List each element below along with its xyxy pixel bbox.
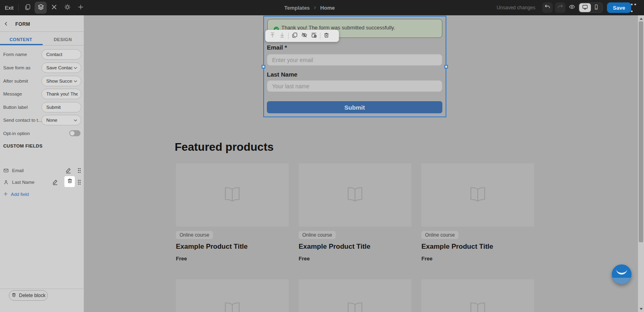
arrow-up-icon <box>269 32 276 40</box>
eye-icon <box>569 4 575 12</box>
preview-button[interactable] <box>567 2 577 13</box>
email-field-label: Email * <box>267 44 287 51</box>
field-row-save-form-as: Save form as Save Contact <box>0 62 84 73</box>
email-input[interactable]: Enter your email <box>267 54 442 66</box>
add-block-button[interactable] <box>74 2 87 14</box>
breadcrumb: Templates Home <box>284 0 334 15</box>
envelope-icon <box>3 168 9 173</box>
custom-field-label: Last Name <box>12 177 35 187</box>
back-button[interactable] <box>0 21 12 28</box>
product-image-placeholder <box>421 279 534 312</box>
product-card[interactable]: Online course Example Product Title Free <box>176 163 289 262</box>
send-contact-select[interactable]: None <box>41 115 81 125</box>
submit-button[interactable]: Submit <box>267 101 442 113</box>
drag-handle[interactable] <box>76 167 83 174</box>
field-row-message: Message Thank you! The form w <box>0 89 84 99</box>
resize-handle-right[interactable] <box>444 65 448 69</box>
redo-icon <box>557 4 564 12</box>
product-badge: Online course <box>176 231 213 239</box>
add-field-button[interactable]: Add field <box>3 191 29 197</box>
button-label-input[interactable]: Submit <box>41 102 81 112</box>
scroll-down-arrow[interactable] <box>638 306 644 312</box>
after-submit-select[interactable]: Show Success ... <box>41 76 81 86</box>
tab-design[interactable]: DESIGN <box>42 35 84 44</box>
divider <box>0 45 84 46</box>
eye-off-icon <box>301 32 308 40</box>
custom-fields-heading: CUSTOM FIELDS <box>3 144 43 148</box>
open-book-icon <box>469 186 487 204</box>
save-button[interactable]: Save <box>607 2 631 13</box>
scroll-up-arrow[interactable] <box>638 16 644 21</box>
settings-button[interactable] <box>61 2 73 14</box>
plus-icon <box>77 4 84 12</box>
chat-widget-button[interactable] <box>612 264 632 284</box>
product-badge: Online course <box>299 231 336 239</box>
undo-button[interactable] <box>542 2 553 13</box>
desktop-view-button[interactable] <box>579 3 591 12</box>
scrollbar-thumb[interactable] <box>639 21 643 242</box>
lastname-input[interactable]: Your last name <box>267 80 442 92</box>
field-row-form-name: Form name Contact <box>0 49 84 60</box>
pencil-icon <box>52 180 58 187</box>
mobile-view-button[interactable] <box>591 3 603 12</box>
topbar-divider <box>18 4 19 11</box>
product-title: Example Product Title <box>299 243 411 251</box>
lastname-placeholder: Your last name <box>272 83 310 89</box>
breadcrumb-templates[interactable]: Templates <box>284 5 310 11</box>
duplicate-block-button[interactable] <box>290 31 299 41</box>
divider <box>0 31 84 32</box>
triangle-up-icon <box>640 18 643 20</box>
field-label: Button label <box>3 102 28 112</box>
product-card[interactable]: Online course Example Product Title Free <box>421 163 534 262</box>
resize-handle-left[interactable] <box>262 65 265 69</box>
layers-button[interactable] <box>35 2 47 14</box>
design-tools-button[interactable] <box>48 2 60 14</box>
triangle-down-icon <box>640 308 643 310</box>
opt-in-toggle[interactable] <box>69 130 80 136</box>
delete-block-toolbar-button[interactable] <box>322 31 331 41</box>
toggle-knob <box>70 131 74 135</box>
product-price: Free <box>421 256 534 262</box>
field-label: Form name <box>3 49 27 60</box>
delete-field-button-highlighted[interactable] <box>64 176 75 187</box>
pages-button[interactable] <box>21 2 33 14</box>
top-bar: Exit Templates Home Unsaved changes <box>0 0 644 15</box>
panel-title: FORM <box>15 21 30 27</box>
field-row-send-contact: Send contact to t... None <box>0 115 84 125</box>
breadcrumb-home[interactable]: Home <box>320 5 335 11</box>
product-price: Free <box>176 256 289 262</box>
unsaved-changes-status: Unsaved changes <box>497 0 535 15</box>
save-block-to-library-button[interactable] <box>309 31 319 41</box>
save-block-icon <box>311 32 317 40</box>
drag-handle[interactable] <box>76 179 83 185</box>
delete-block-button[interactable]: Delete block <box>9 290 48 301</box>
more-options-button[interactable]: • • • <box>631 0 640 15</box>
chevron-down-icon <box>73 118 78 123</box>
desktop-icon <box>582 4 588 12</box>
form-name-input[interactable]: Contact <box>41 49 81 60</box>
hide-block-button[interactable] <box>299 31 309 41</box>
chevron-right-icon <box>313 6 317 10</box>
product-image-placeholder <box>299 163 411 227</box>
product-card[interactable]: Online course Example Product Title Free <box>299 163 411 262</box>
form-settings-panel: FORM CONTENT DESIGN Form name Contact Sa… <box>0 15 84 312</box>
tab-content[interactable]: CONTENT <box>0 35 42 44</box>
ellipsis-icon: • • • <box>631 1 640 15</box>
exit-button[interactable]: Exit <box>5 0 14 15</box>
product-image-placeholder <box>421 163 534 227</box>
product-image-placeholder <box>176 279 289 312</box>
featured-products-heading: Featured products <box>175 141 274 154</box>
save-form-as-select[interactable]: Save Contact <box>41 62 81 73</box>
redo-button[interactable] <box>555 2 566 13</box>
message-input[interactable]: Thank you! The form w <box>41 89 81 99</box>
edit-field-button[interactable] <box>65 167 72 174</box>
select-value: Save Contact <box>46 65 72 70</box>
vertical-scrollbar[interactable] <box>638 15 644 312</box>
edit-field-button[interactable] <box>52 179 58 185</box>
move-down-button[interactable] <box>277 31 287 41</box>
move-up-button[interactable] <box>268 31 277 41</box>
smile-icon <box>616 268 627 275</box>
field-row-button-label: Button label Submit <box>0 102 84 112</box>
lastname-field-label: Last Name <box>267 71 297 78</box>
pages-icon <box>24 4 31 12</box>
